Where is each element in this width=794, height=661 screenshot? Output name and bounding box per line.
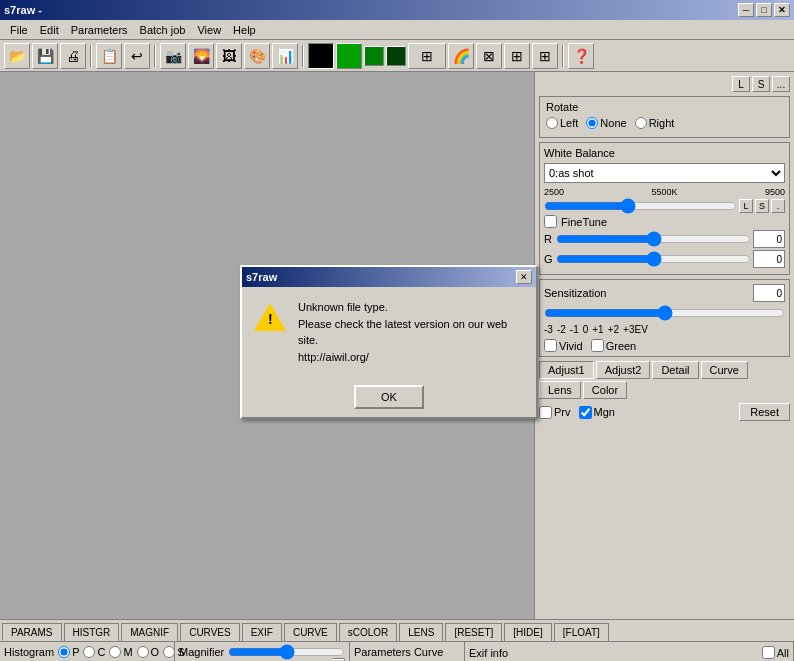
dialog-title: s7raw: [246, 271, 277, 283]
dialog-line1: Unknown file type.: [298, 299, 524, 316]
dialog-line3: http://aiwil.org/: [298, 349, 524, 366]
modal-overlay: s7raw ✕ ! Unknown file type. Please chec…: [0, 0, 794, 661]
dialog-line2: Please check the latest version on our w…: [298, 316, 524, 349]
warning-icon: !: [254, 299, 286, 331]
dialog-close-button[interactable]: ✕: [516, 270, 532, 284]
error-dialog: s7raw ✕ ! Unknown file type. Please chec…: [240, 265, 538, 419]
dialog-message: Unknown file type. Please check the late…: [298, 299, 524, 365]
dialog-content: ! Unknown file type. Please check the la…: [242, 287, 536, 377]
dialog-title-bar: s7raw ✕: [242, 267, 536, 287]
dialog-footer: OK: [242, 377, 536, 417]
dialog-ok-button[interactable]: OK: [354, 385, 424, 409]
warning-exclaim: !: [268, 311, 273, 327]
